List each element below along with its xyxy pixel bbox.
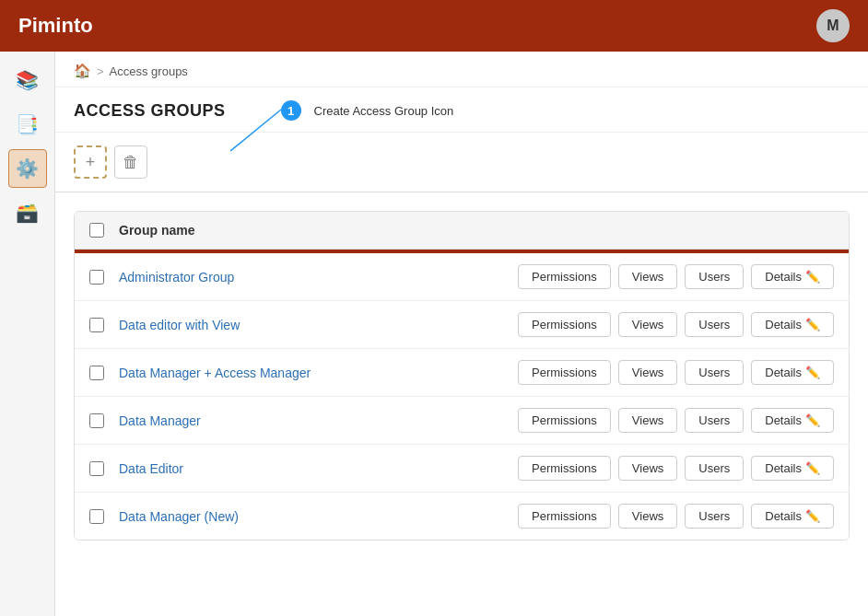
annotation-text: Create Access Group Icon <box>314 104 454 118</box>
svg-line-0 <box>230 110 281 151</box>
row-checkbox-3[interactable] <box>89 413 104 428</box>
permissions-button-0[interactable]: Permissions <box>518 264 611 289</box>
row-checkbox-2[interactable] <box>89 366 104 380</box>
details-button-1[interactable]: Details ✏️ <box>751 312 834 337</box>
table-header-row: Group name <box>75 212 849 250</box>
row-actions-4: Permissions Views Users Details ✏️ <box>518 456 834 481</box>
edit-icon-0: ✏️ <box>805 270 820 284</box>
row-checkbox-4[interactable] <box>89 461 104 476</box>
layers-icon: 📑 <box>16 113 39 135</box>
users-button-2[interactable]: Users <box>685 360 744 385</box>
books-icon: 📚 <box>16 69 39 91</box>
group-name-1[interactable]: Data editor with View <box>119 318 518 332</box>
permissions-button-3[interactable]: Permissions <box>518 408 611 433</box>
users-button-3[interactable]: Users <box>685 408 744 433</box>
table-row: Administrator Group Permissions Views Us… <box>75 253 849 301</box>
annotation-line <box>230 100 286 156</box>
table-row: Data Manager Permissions Views Users Det… <box>75 397 849 445</box>
edit-icon-2: ✏️ <box>805 366 820 379</box>
breadcrumb-separator: > <box>97 64 104 78</box>
row-actions-1: Permissions Views Users Details ✏️ <box>518 312 834 337</box>
main-layout: 📚 📑 ⚙️ 🗃️ 🏠 > Access groups ACCESS GROUP… <box>0 52 868 616</box>
users-button-5[interactable]: Users <box>685 504 744 529</box>
table-icon: 🗃️ <box>16 202 39 224</box>
content-area: 🏠 > Access groups ACCESS GROUPS 1 Create… <box>55 52 868 616</box>
row-actions-3: Permissions Views Users Details ✏️ <box>518 408 834 433</box>
table-row: Data editor with View Permissions Views … <box>75 301 849 349</box>
views-button-4[interactable]: Views <box>618 456 677 481</box>
views-button-1[interactable]: Views <box>618 312 677 337</box>
group-name-column-header: Group name <box>119 223 194 238</box>
sidebar: 📚 📑 ⚙️ 🗃️ <box>0 52 55 616</box>
row-checkbox-5[interactable] <box>89 509 104 524</box>
edit-icon-1: ✏️ <box>805 318 820 331</box>
settings-icon: ⚙️ <box>16 157 39 180</box>
page-title: ACCESS GROUPS <box>74 101 226 121</box>
plus-icon: + <box>86 153 96 172</box>
sidebar-item-books[interactable]: 📚 <box>8 61 47 99</box>
breadcrumb-home[interactable]: 🏠 <box>74 63 91 79</box>
views-button-0[interactable]: Views <box>618 264 677 289</box>
delete-group-button[interactable]: 🗑 <box>114 145 147 179</box>
table-row: Data Manager + Access Manager Permission… <box>75 349 849 397</box>
sidebar-item-table[interactable]: 🗃️ <box>8 193 47 232</box>
group-name-3[interactable]: Data Manager <box>119 413 518 428</box>
breadcrumb: 🏠 > Access groups <box>55 52 868 87</box>
users-button-1[interactable]: Users <box>685 312 744 337</box>
row-actions-0: Permissions Views Users Details ✏️ <box>518 264 834 289</box>
edit-icon-5: ✏️ <box>805 509 820 523</box>
edit-icon-4: ✏️ <box>805 461 820 475</box>
details-button-2[interactable]: Details ✏️ <box>751 360 834 385</box>
permissions-button-5[interactable]: Permissions <box>518 504 611 529</box>
row-actions-2: Permissions Views Users Details ✏️ <box>518 360 834 385</box>
details-button-3[interactable]: Details ✏️ <box>751 408 834 433</box>
select-all-checkbox[interactable] <box>89 223 104 238</box>
views-button-2[interactable]: Views <box>618 360 677 385</box>
group-name-2[interactable]: Data Manager + Access Manager <box>119 366 518 380</box>
sidebar-item-settings[interactable]: ⚙️ <box>8 149 47 188</box>
users-button-0[interactable]: Users <box>685 264 744 289</box>
page-header: ACCESS GROUPS 1 Create Access Group Icon <box>55 87 868 133</box>
views-button-5[interactable]: Views <box>618 504 677 529</box>
permissions-button-4[interactable]: Permissions <box>518 456 611 481</box>
details-button-4[interactable]: Details ✏️ <box>751 456 834 481</box>
row-checkbox-1[interactable] <box>89 318 104 332</box>
app-header: Piminto M <box>0 0 868 52</box>
toolbar: + 🗑 <box>55 133 868 192</box>
details-button-5[interactable]: Details ✏️ <box>751 504 834 529</box>
group-name-5[interactable]: Data Manager (New) <box>119 509 518 524</box>
annotation-container: 1 Create Access Group Icon <box>281 100 454 121</box>
users-button-4[interactable]: Users <box>685 456 744 481</box>
trash-icon: 🗑 <box>123 153 139 172</box>
permissions-button-2[interactable]: Permissions <box>518 360 611 385</box>
row-actions-5: Permissions Views Users Details ✏️ <box>518 504 834 529</box>
permissions-button-1[interactable]: Permissions <box>518 312 611 337</box>
user-avatar[interactable]: M <box>816 9 850 42</box>
edit-icon-3: ✏️ <box>805 413 820 427</box>
app-title: Piminto <box>18 14 93 38</box>
row-checkbox-0[interactable] <box>89 270 104 285</box>
sidebar-item-layers[interactable]: 📑 <box>8 105 47 144</box>
table-row: Data Editor Permissions Views Users Deta… <box>75 445 849 493</box>
table-row: Data Manager (New) Permissions Views Use… <box>75 493 849 540</box>
group-name-0[interactable]: Administrator Group <box>119 270 518 285</box>
group-name-4[interactable]: Data Editor <box>119 461 518 476</box>
views-button-3[interactable]: Views <box>618 408 677 433</box>
add-group-button[interactable]: + <box>74 145 107 179</box>
access-groups-table: Group name Administrator Group Permissio… <box>74 211 850 540</box>
breadcrumb-current: Access groups <box>110 64 188 78</box>
details-button-0[interactable]: Details ✏️ <box>751 264 834 289</box>
